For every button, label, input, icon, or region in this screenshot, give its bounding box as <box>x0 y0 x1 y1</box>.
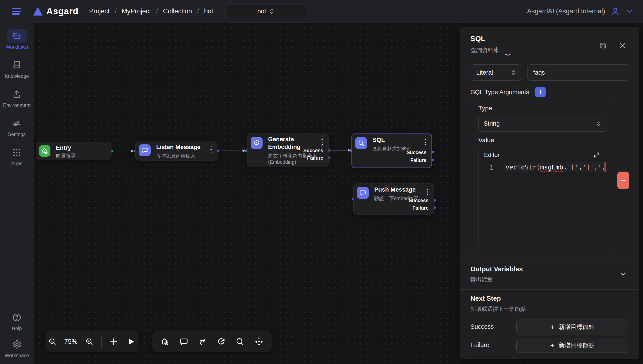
entry-node-icon <box>39 145 51 157</box>
value-label: Value <box>478 136 494 144</box>
add-failure-target-button[interactable]: + 新增目標節點 <box>516 338 628 353</box>
argument-card: Type String Value Editor 1 vecToStr(msgE… <box>471 100 613 253</box>
node-menu-icon[interactable] <box>423 138 427 147</box>
chevron-down-icon[interactable] <box>625 7 634 15</box>
node-subtitle: 等待訊息內容輸入 <box>156 153 201 159</box>
breadcrumb-separator: / <box>156 8 158 15</box>
param-type-select[interactable]: Literal <box>471 64 521 80</box>
node-title: Entry <box>56 144 76 152</box>
account-name: AsgardAI (Asgard Internal) <box>527 8 605 15</box>
help-circle-icon <box>12 312 22 322</box>
node-title: Push Message <box>374 186 419 194</box>
breadcrumb: Project / MyProject / Collection / bot <box>89 8 213 15</box>
panel-title: SQL <box>470 34 485 43</box>
add-embedding-node-icon[interactable] <box>215 336 227 348</box>
port-label-failure: Failure <box>413 205 429 211</box>
node-sql[interactable]: SQL 查詢資料庫加條件 Success Failure <box>352 134 432 168</box>
output-variables-sublabel: 輸出變量 <box>470 276 493 283</box>
node-menu-icon[interactable] <box>209 145 213 154</box>
panel-scroll-area[interactable]: Literal faqs SQL Type Arguments Type Str… <box>460 54 639 263</box>
user-icon[interactable] <box>611 6 620 16</box>
node-push-message[interactable]: Push Message 驗證一下embed內容 Success Failure <box>354 184 434 214</box>
hamburger-menu-icon[interactable] <box>12 8 21 15</box>
auto-layout-icon[interactable] <box>253 336 265 348</box>
sidebar-label: Apps <box>11 161 22 166</box>
next-step-sublabel: 新增或選擇下一個節點 <box>470 305 526 313</box>
sidebar-item-workspace[interactable]: Workspace <box>0 338 34 358</box>
sidebar: Workflows Knowledge Environment Settings… <box>0 22 34 364</box>
apps-grid-icon <box>12 148 22 157</box>
node-entry[interactable]: Entry 向量搜尋 <box>36 142 112 160</box>
chevron-up-down-icon <box>596 121 601 126</box>
sidebar-item-environment[interactable]: Environment <box>0 88 34 108</box>
add-node-icon[interactable] <box>108 336 119 347</box>
type-value: String <box>484 120 500 127</box>
code-editor[interactable]: Editor 1 vecToStr(msgEmb,'[',']',',') <box>478 149 606 245</box>
param-value-text: faqs <box>533 69 545 76</box>
node-subtitle: 向量搜尋 <box>56 152 76 159</box>
expand-editor-icon[interactable] <box>592 151 601 159</box>
output-variables-label: Output Variables <box>470 265 523 273</box>
plus-icon: + <box>550 342 554 349</box>
swap-arrows-icon[interactable] <box>197 336 208 348</box>
sidebar-item-help[interactable]: Help <box>0 311 34 332</box>
zoom-toolbar: 75% <box>45 331 138 352</box>
brand: Asgard <box>33 6 79 16</box>
add-success-target-button[interactable]: + 新增目標節點 <box>516 320 628 334</box>
chat-bubble-icon <box>141 147 148 154</box>
add-message-node-icon[interactable] <box>178 336 190 348</box>
gear-icon <box>12 340 22 349</box>
upload-icon <box>12 89 22 99</box>
breadcrumb-bot[interactable]: bot <box>204 8 213 15</box>
node-menu-icon[interactable] <box>320 138 324 146</box>
sidebar-label: Workspace <box>5 353 29 358</box>
sidebar-item-apps[interactable]: Apps <box>0 146 34 166</box>
node-menu-icon[interactable] <box>426 188 429 196</box>
sidebar-label: Environment <box>3 102 31 108</box>
add-argument-icon[interactable] <box>535 87 546 98</box>
breadcrumb-project[interactable]: Project <box>89 8 110 15</box>
add-entry-node-icon[interactable] <box>159 336 171 348</box>
sql-node-icon <box>355 137 367 149</box>
sidebar-label: Settings <box>8 132 26 137</box>
breadcrumb-myproject[interactable]: MyProject <box>122 8 151 15</box>
run-workflow-icon[interactable] <box>126 336 137 347</box>
node-subtitle: 查詢資料庫加條件 <box>373 146 412 152</box>
close-icon[interactable] <box>618 41 627 50</box>
sidebar-item-workflows[interactable]: Workflows <box>0 29 34 50</box>
home-plus-icon <box>41 147 49 155</box>
port-label-success: Success <box>409 198 429 204</box>
workflow-select[interactable]: bot <box>225 4 306 18</box>
panel-divider <box>460 289 639 290</box>
node-listen-message[interactable]: Listen Message 等待訊息內容輸入 <box>135 141 217 160</box>
panel-subtitle: 查詢資料庫 <box>470 46 499 54</box>
node-generate-embedding[interactable]: Generate Embedding 將文字轉化為向量嵌入 (Embedding… <box>247 134 329 167</box>
port-label-failure: Failure <box>410 158 426 163</box>
sliders-icon <box>12 118 22 128</box>
remove-argument-icon[interactable] <box>617 172 629 189</box>
type-select[interactable]: String <box>478 116 606 132</box>
book-icon <box>12 60 22 70</box>
chevron-up-down-icon <box>269 8 274 14</box>
sql-type-arguments-label: SQL Type Arguments <box>471 89 529 96</box>
panel-divider <box>460 263 639 264</box>
code-line-content: vecToStr(msgEmb,'[',']',',') <box>506 164 606 171</box>
search-icon[interactable] <box>234 336 246 348</box>
chat-bubble-icon <box>359 189 366 196</box>
param-value-input[interactable]: faqs <box>527 64 629 80</box>
zoom-out-icon[interactable] <box>47 336 58 347</box>
code-line[interactable]: vecToStr(msgEmb,'[',']',',') <box>504 162 604 172</box>
add-target-label: 新增目標節點 <box>559 341 594 349</box>
zoom-in-icon[interactable] <box>84 336 95 347</box>
sidebar-item-knowledge[interactable]: Knowledge <box>0 58 34 79</box>
sidebar-label: Help <box>12 326 22 332</box>
code-area[interactable]: 1 vecToStr(msgEmb,'[',']',',') <box>479 161 606 245</box>
zoom-level: 75% <box>64 338 78 346</box>
save-icon[interactable] <box>598 41 608 50</box>
workflow-select-value: bot <box>257 8 266 15</box>
collapse-chevron-down-icon[interactable] <box>618 270 628 279</box>
refresh-dot-icon <box>253 139 260 146</box>
breadcrumb-collection[interactable]: Collection <box>163 8 192 15</box>
sidebar-item-settings[interactable]: Settings <box>0 117 34 137</box>
port-label-failure: Failure <box>307 155 323 161</box>
